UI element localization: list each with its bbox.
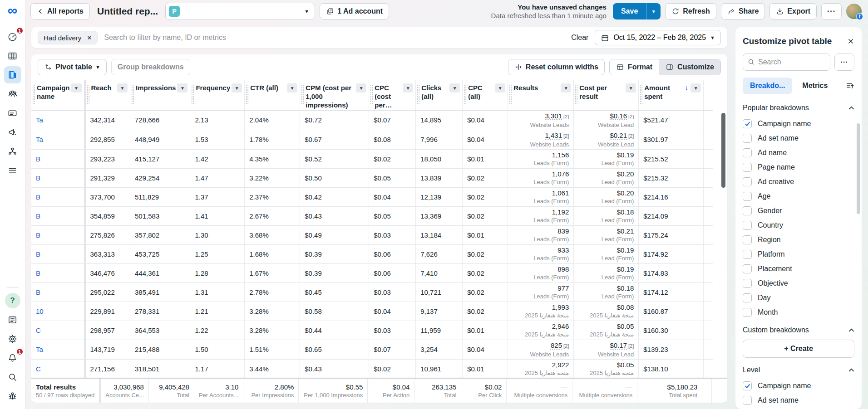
column-header-results[interactable]: Results▼ xyxy=(508,80,574,110)
panel-scrollbar[interactable] xyxy=(857,123,860,214)
column-header-cpc-cost-per[interactable]: CPC (cost per…▼ xyxy=(369,80,416,110)
breakdown-item-placement[interactable]: Placement xyxy=(743,262,854,276)
column-drag-handle[interactable] xyxy=(131,84,134,104)
column-menu-button[interactable]: ▼ xyxy=(626,83,636,93)
breakdown-item-day[interactable]: Day xyxy=(743,291,854,305)
breakdown-item-ad-set-name[interactable]: Ad set name xyxy=(743,131,854,146)
column-menu-button[interactable]: ▼ xyxy=(287,83,297,93)
column-drag-handle[interactable] xyxy=(191,84,194,104)
custom-breakdowns-header[interactable]: Custom breakdowns xyxy=(743,326,854,334)
campaign-name-link[interactable]: B xyxy=(36,155,40,163)
breakdown-item-page-name[interactable]: Page name xyxy=(743,160,854,175)
sidebar-item-search[interactable] xyxy=(4,368,21,385)
campaign-name-link[interactable]: B xyxy=(36,288,40,296)
remove-filter-icon[interactable]: ✕ xyxy=(87,34,92,41)
date-range-picker[interactable]: Oct 15, 2022 – Feb 28, 2025 ▼ xyxy=(595,30,721,45)
vertical-scrollbar[interactable] xyxy=(721,113,725,188)
customize-button[interactable]: Customize xyxy=(659,59,720,75)
checkbox-unchecked[interactable] xyxy=(743,177,752,186)
tab-metrics[interactable]: Metrics xyxy=(795,78,835,94)
column-header-clicks-all[interactable]: Clicks (all)▼ xyxy=(416,80,463,110)
level-item-ad-set-name[interactable]: Ad set name xyxy=(743,393,854,408)
campaign-name-link[interactable]: B xyxy=(36,193,40,201)
checkbox-unchecked[interactable] xyxy=(743,148,752,157)
column-drag-handle[interactable] xyxy=(301,84,304,104)
sidebar-item-all-tools[interactable] xyxy=(4,161,21,179)
column-drag-handle[interactable] xyxy=(417,84,420,104)
column-menu-button[interactable]: ▼ xyxy=(356,83,366,93)
level-item-campaign-name[interactable]: Campaign name xyxy=(743,379,854,393)
panel-more-button[interactable]: ··· xyxy=(834,54,854,71)
sidebar-item-billing[interactable] xyxy=(4,104,21,122)
campaign-name-link[interactable]: B xyxy=(36,231,40,239)
sidebar-item-settings[interactable] xyxy=(4,330,21,347)
meta-logo-icon[interactable]: ∞ xyxy=(8,5,17,16)
close-panel-button[interactable] xyxy=(847,38,854,45)
column-header-reach[interactable]: Reach▼ xyxy=(85,80,130,110)
share-button[interactable]: Share xyxy=(721,3,765,19)
campaign-name-link[interactable]: Ta xyxy=(36,136,43,143)
filter-search-input[interactable] xyxy=(104,34,565,42)
sidebar-item-ads-reporting[interactable] xyxy=(4,66,21,83)
reset-column-widths-button[interactable]: Reset column widths xyxy=(508,59,605,75)
sidebar-item-notifications[interactable]: 1 xyxy=(4,349,21,366)
column-header-amount-spent[interactable]: Amount spent↓▼ xyxy=(639,80,704,110)
tab-breakdowns[interactable]: Breakdo... xyxy=(743,78,792,94)
more-options-button[interactable]: ··· xyxy=(821,3,842,19)
column-header-frequency[interactable]: Frequency▼ xyxy=(190,80,245,110)
campaign-name-link[interactable]: C xyxy=(36,365,41,373)
export-button[interactable]: Export xyxy=(769,3,817,19)
save-button[interactable]: Save xyxy=(613,3,646,19)
breakdown-item-country[interactable]: Country xyxy=(743,218,854,233)
breakdown-item-month[interactable]: Month xyxy=(743,305,854,320)
breakdown-item-age[interactable]: Age xyxy=(743,189,854,204)
column-menu-button[interactable]: ▼ xyxy=(232,83,242,93)
panel-search-input[interactable] xyxy=(743,54,830,71)
breakdown-item-campaign-name[interactable]: Campaign name xyxy=(743,117,854,131)
breakdown-item-ad-name[interactable]: Ad name xyxy=(743,146,854,160)
column-menu-button[interactable]: ▼ xyxy=(177,83,187,93)
campaign-name-link[interactable]: Ta xyxy=(36,116,43,124)
breakdown-item-region[interactable]: Region xyxy=(743,233,854,247)
checkbox-unchecked[interactable] xyxy=(743,163,752,172)
checkbox-unchecked[interactable] xyxy=(743,396,752,405)
checkbox-unchecked[interactable] xyxy=(743,235,752,244)
column-drag-handle[interactable] xyxy=(370,84,373,104)
checkbox-unchecked[interactable] xyxy=(743,221,752,230)
checkbox-unchecked[interactable] xyxy=(743,308,752,317)
column-drag-handle[interactable] xyxy=(640,84,643,104)
campaign-name-link[interactable]: C xyxy=(36,326,41,334)
column-header-campaign-name[interactable]: Campaign name▼ xyxy=(31,80,85,110)
sidebar-item-account-overview[interactable]: 1 xyxy=(4,28,21,45)
column-menu-button[interactable]: ▼ xyxy=(403,83,413,93)
all-reports-button[interactable]: All reports xyxy=(30,3,90,19)
breakdown-item-objective[interactable]: Objective xyxy=(743,276,854,291)
avatar[interactable]: f xyxy=(846,4,862,19)
campaign-name-link[interactable]: Ta xyxy=(36,346,43,353)
column-menu-button[interactable]: ▼ xyxy=(117,83,128,93)
campaign-name-link[interactable]: B xyxy=(36,250,40,258)
save-options-button[interactable]: ▼ xyxy=(646,3,661,19)
column-drag-handle[interactable] xyxy=(509,84,512,104)
checkbox-unchecked[interactable] xyxy=(743,264,752,273)
reorder-icon[interactable] xyxy=(846,82,854,90)
campaign-name-link[interactable]: B xyxy=(36,174,40,182)
column-header-cpm-cost-per-1-000-impressions[interactable]: CPM (cost per 1,000 impressions)▼ xyxy=(300,80,369,110)
sidebar-item-advertise[interactable] xyxy=(4,123,21,141)
checkbox-unchecked[interactable] xyxy=(743,293,752,302)
sidebar-item-report-bug[interactable] xyxy=(4,387,21,404)
campaign-name-link[interactable]: B xyxy=(36,212,40,220)
ad-account-button[interactable]: 1 Ad account xyxy=(320,3,389,19)
group-breakdowns-button[interactable]: Group breakdowns xyxy=(111,59,190,75)
column-menu-button[interactable]: ▼ xyxy=(71,83,82,93)
format-button[interactable]: Format xyxy=(610,59,659,75)
sidebar-item-audiences[interactable] xyxy=(4,85,21,102)
column-menu-button[interactable]: ▼ xyxy=(449,83,460,93)
checkbox-unchecked[interactable] xyxy=(743,250,752,259)
campaign-name-link[interactable]: B xyxy=(36,269,40,277)
column-drag-handle[interactable] xyxy=(464,84,467,104)
breakdown-item-ad-creative[interactable]: Ad creative xyxy=(743,175,854,189)
column-drag-handle[interactable] xyxy=(32,84,35,104)
checkbox-unchecked[interactable] xyxy=(743,279,752,288)
refresh-button[interactable]: Refresh xyxy=(665,3,716,19)
